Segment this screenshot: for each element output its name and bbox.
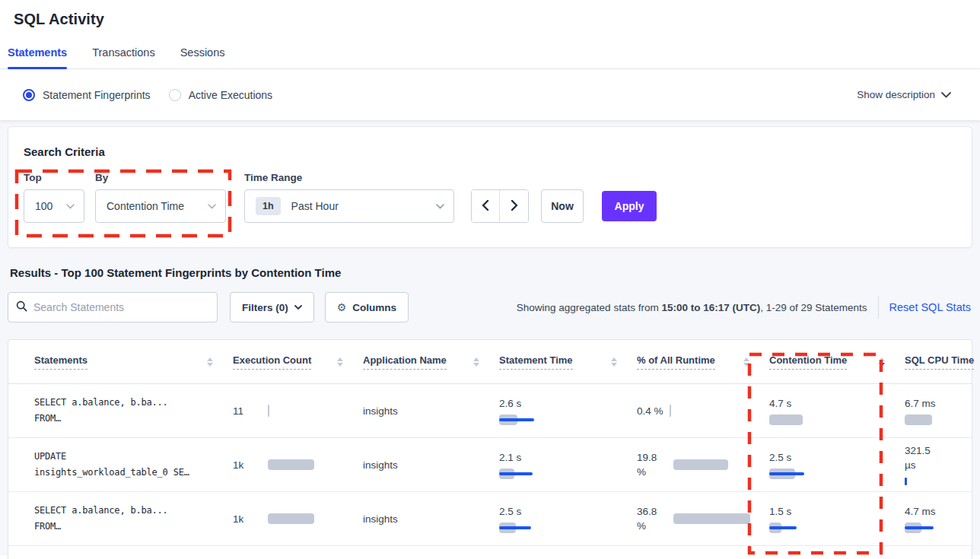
sql-cpu-time-cell: 4.7 ms [897,504,972,533]
view-mode-strip: Statement Fingerprints Active Executions… [0,69,980,120]
next-time-button[interactable] [500,190,528,222]
statement-link[interactable]: SELECT a.balance, b.ba... FROM… [8,503,225,535]
application-name-cell: insights [355,405,492,417]
column-header-execution-count[interactable]: Execution Count [225,354,355,370]
page-title: SQL Activity [0,0,980,28]
execution-count-cell: 1k [225,513,355,525]
show-description-toggle[interactable]: Show description [857,89,951,100]
filters-button-label: Filters (0) [242,302,288,313]
radio-active-executions-label: Active Executions [189,89,273,101]
execution-count-bar [268,459,314,470]
gear-icon: ⚙ [337,301,347,313]
show-description-label: Show description [857,89,935,100]
statement-link[interactable]: UPDATE insights_workload_table_0 SE… [8,449,225,481]
reset-sql-stats-link[interactable]: Reset SQL Stats [889,301,972,313]
table-row: SELECT a.balance, b.ba... FROM… 1k insig… [8,492,972,546]
statement-time-cell: 2.1 s [492,450,629,479]
column-header-pct-runtime[interactable]: % of All Runtime [629,354,762,370]
tab-statements[interactable]: Statements [8,46,67,68]
execution-count-bar [268,513,314,524]
time-range-field: Time Range 1h Past Hour [244,172,454,223]
page-body: Search Criteria Top 100 By Contention Ti… [0,120,980,555]
column-header-statements[interactable]: Statements [8,354,225,370]
pct-runtime-bar [670,405,671,417]
now-button[interactable]: Now [541,189,584,223]
duration-badge: 1h [256,197,281,215]
top-label: Top [24,172,95,183]
table-row: SELECT a.balance, b.ba... FROM… 11 insig… [8,384,972,438]
sql-cpu-time-cell: 321.5 µs [897,443,972,487]
columns-button-label: Columns [352,302,396,313]
chevron-down-icon [436,204,444,209]
statement-time-line [499,472,533,475]
chevron-right-icon [511,200,518,213]
chevron-left-icon [482,200,489,213]
contention-time-cell: 1.5 s [762,504,897,533]
tab-sessions[interactable]: Sessions [180,46,225,68]
results-heading: Results - Top 100 Statement Fingerprints… [10,266,972,279]
results-toolbar: Filters (0) ⚙ Columns Showing aggregated… [8,291,972,323]
apply-button[interactable]: Apply [602,191,657,221]
table-row: UPDATE insights_workload_table_0 SE… 1k … [8,438,972,492]
contention-time-line [769,472,804,475]
tab-transactions-label: Transactions [92,46,154,59]
pct-runtime-bar [673,513,750,524]
top-select[interactable]: 100 [24,189,84,223]
sort-icon [611,357,617,367]
sql-cpu-time-line [905,478,907,485]
stats-summary: Showing aggregated stats from 15:00 to 1… [517,302,867,313]
toolbar-right: Showing aggregated stats from 15:00 to 1… [517,296,972,319]
radio-selected-icon [23,89,35,101]
table-header-row: Statements Execution Count Application N… [8,340,972,384]
statement-search-box [8,292,218,322]
column-header-statement-time[interactable]: Statement Time [492,354,629,370]
statement-time-cell: 2.6 s [492,396,629,425]
sort-icon [337,357,343,367]
application-name-cell: insights [355,459,492,471]
execution-count-cell: 11 [225,405,355,417]
time-nav-group [471,189,529,223]
execution-count-cell: 1k [225,459,355,471]
stats-summary-range: 15:00 to 16:17 (UTC) [661,302,760,313]
by-label: By [95,172,226,183]
column-header-sql-cpu-time[interactable]: SQL CPU Time [897,354,972,370]
execution-count-bar [268,405,269,417]
sort-desc-active-icon [879,357,885,367]
tab-bar: Statements Transactions Sessions [0,28,980,69]
previous-time-button[interactable] [472,190,500,222]
chevron-down-icon [294,305,302,310]
pct-runtime-cell: 0.4 % [629,404,762,418]
columns-button[interactable]: ⚙ Columns [325,292,409,322]
chevron-down-icon [66,204,75,209]
radio-active-executions[interactable]: Active Executions [169,89,273,101]
time-range-value: Past Hour [291,200,339,212]
tab-transactions[interactable]: Transactions [92,46,154,68]
filters-button[interactable]: Filters (0) [230,292,314,322]
radio-statement-fingerprints[interactable]: Statement Fingerprints [23,89,151,101]
contention-time-line [769,526,797,529]
top-field: Top 100 [24,172,95,223]
radio-unselected-icon [169,89,181,101]
pct-runtime-cell: 36.8 % [629,504,762,533]
by-select-value: Contention Time [107,200,184,212]
time-range-select[interactable]: 1h Past Hour [244,189,454,223]
pct-runtime-bar [673,459,728,470]
sql-cpu-time-bar [905,414,932,425]
statement-time-cell: 2.5 s [492,504,629,533]
by-select[interactable]: Contention Time [95,189,226,223]
statement-link[interactable]: SELECT a.balance, b.ba... FROM… [8,395,225,427]
time-range-label: Time Range [244,172,454,183]
statements-table: Statements Execution Count Application N… [8,339,972,559]
top-header: SQL Activity Statements Transactions Ses… [0,0,980,69]
vertical-divider [878,296,879,319]
radio-statement-fingerprints-label: Statement Fingerprints [43,89,151,101]
tab-statements-label: Statements [8,46,67,59]
column-header-application-name[interactable]: Application Name [355,354,492,370]
column-header-contention-time[interactable]: Contention Time [762,354,897,370]
sort-icon [473,357,479,367]
sql-cpu-time-cell: 6.7 ms [897,396,972,425]
chevron-down-icon [208,204,216,209]
top-select-value: 100 [35,200,52,212]
search-statements-input[interactable] [33,301,209,313]
statement-time-line [499,418,534,421]
